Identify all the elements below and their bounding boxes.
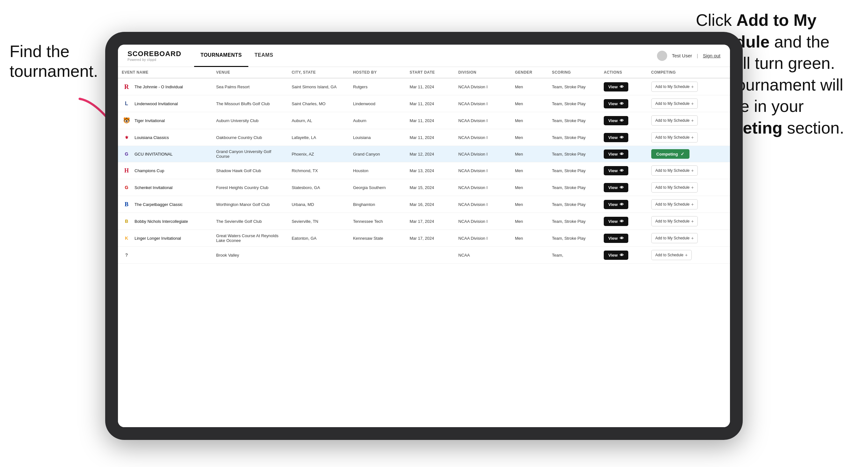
tab-tournaments[interactable]: TOURNAMENTS [194, 44, 248, 67]
add-to-schedule-button[interactable]: Add to My Schedule + [651, 233, 698, 243]
add-to-schedule-button[interactable]: Add to My Schedule + [651, 132, 698, 143]
competing-cell: Competing ✓ [647, 146, 730, 162]
plus-icon: + [691, 236, 694, 241]
event-name: The Carpetbagger Classic [134, 202, 183, 207]
view-button[interactable]: View 👁 [604, 82, 628, 92]
eye-icon: 👁 [620, 152, 624, 157]
col-header-competing: COMPETING [647, 67, 730, 78]
hosted-cell: Kennesaw State [349, 230, 406, 247]
add-to-schedule-button[interactable]: Add to My Schedule + [651, 199, 698, 210]
add-to-schedule-button[interactable]: Add to My Schedule + [651, 115, 698, 126]
venue-cell: Auburn University Club [212, 112, 288, 129]
col-header-division: DIVISION [455, 67, 511, 78]
view-button[interactable]: View 👁 [604, 234, 628, 243]
add-to-schedule-button[interactable]: Add to My Schedule + [651, 82, 698, 92]
city-cell: Lafayette, LA [288, 129, 349, 146]
competing-button[interactable]: Competing ✓ [651, 149, 689, 159]
division-cell: NCAA Division I [455, 112, 511, 129]
eye-icon: 👁 [620, 101, 624, 106]
competing-cell: Add to My Schedule + [647, 230, 730, 247]
eye-icon: 👁 [620, 219, 624, 224]
event-name: Champions Cup [134, 168, 164, 173]
divider: | [697, 53, 698, 58]
event-name-cell: K Linger Longer Invitational [118, 230, 212, 247]
view-button[interactable]: View 👁 [604, 116, 628, 125]
view-button[interactable]: View 👁 [604, 166, 628, 175]
nav-right: Test User | Sign out [657, 51, 720, 61]
table-row: G GCU INVITATIONAL Grand Canyon Universi… [118, 146, 730, 162]
date-cell: Mar 16, 2024 [406, 196, 455, 213]
eye-icon: 👁 [620, 185, 624, 190]
view-button[interactable]: View 👁 [604, 150, 628, 159]
plus-icon: + [691, 135, 694, 140]
event-name: Schenkel Invitational [134, 185, 173, 190]
event-name: GCU INVITATIONAL [134, 152, 173, 157]
add-to-schedule-button[interactable]: Add to My Schedule + [651, 182, 698, 192]
team-logo: R [122, 82, 131, 92]
team-logo: 🐯 [122, 116, 131, 125]
hosted-cell: Louisiana [349, 129, 406, 146]
event-name-cell: ⚜ Louisiana Classics [118, 129, 212, 146]
view-button[interactable]: View 👁 [604, 183, 628, 192]
eye-icon: 👁 [620, 236, 624, 241]
division-cell: NCAA Division I [455, 213, 511, 230]
view-button[interactable]: View 👁 [604, 251, 628, 260]
add-to-schedule-button[interactable]: Add to My Schedule + [651, 165, 698, 176]
team-logo: ? [122, 250, 131, 260]
competing-cell: Add to My Schedule + [647, 162, 730, 179]
tab-teams[interactable]: TEAMS [248, 44, 280, 67]
plus-icon: + [691, 185, 694, 190]
col-header-hosted: HOSTED BY [349, 67, 406, 78]
add-to-schedule-button[interactable]: Add to My Schedule + [651, 216, 698, 226]
team-logo: G [122, 183, 131, 192]
division-cell: NCAA Division I [455, 162, 511, 179]
actions-cell: View 👁 [600, 146, 647, 162]
division-cell: NCAA Division I [455, 196, 511, 213]
table-container: EVENT NAME VENUE CITY, STATE HOSTED BY S… [118, 67, 730, 427]
actions-cell: View 👁 [600, 112, 647, 129]
add-to-schedule-button[interactable]: Add to My Schedule + [651, 98, 698, 109]
col-header-city: CITY, STATE [288, 67, 349, 78]
competing-cell: Add to My Schedule + [647, 213, 730, 230]
col-header-venue: VENUE [212, 67, 288, 78]
event-name: Bobby Nichols Intercollegiate [134, 219, 188, 224]
division-cell: NCAA Division I [455, 179, 511, 196]
city-cell: Eatonton, GA [288, 230, 349, 247]
event-name-cell: ? [118, 247, 212, 263]
venue-cell: Forest Heights Country Club [212, 179, 288, 196]
view-button[interactable]: View 👁 [604, 99, 628, 108]
venue-cell: Sea Palms Resort [212, 78, 288, 95]
col-header-scoring: SCORING [548, 67, 600, 78]
hosted-cell: Houston [349, 162, 406, 179]
competing-cell: Add to My Schedule + [647, 196, 730, 213]
venue-cell: Worthington Manor Golf Club [212, 196, 288, 213]
event-name: Tiger Invitational [134, 118, 165, 123]
event-name-cell: H Champions Cup [118, 162, 212, 179]
view-button[interactable]: View 👁 [604, 133, 628, 142]
scoring-cell: Team, Stroke Play [548, 213, 600, 230]
sign-out-link[interactable]: Sign out [703, 53, 720, 58]
event-name: Linger Longer Invitational [134, 236, 181, 241]
table-header: EVENT NAME VENUE CITY, STATE HOSTED BY S… [118, 67, 730, 78]
division-cell: NCAA Division I [455, 230, 511, 247]
division-cell: NCAA Division I [455, 78, 511, 95]
gender-cell: Men [511, 179, 548, 196]
view-button[interactable]: View 👁 [604, 200, 628, 209]
competing-cell: Add to My Schedule + [647, 112, 730, 129]
plus-icon: + [691, 101, 694, 106]
city-cell: Statesboro, GA [288, 179, 349, 196]
add-to-schedule-button[interactable]: Add to Schedule + [651, 250, 692, 260]
hosted-cell: Auburn [349, 112, 406, 129]
hosted-cell: Lindenwood [349, 95, 406, 112]
scoring-cell: Team, Stroke Play [548, 78, 600, 95]
table-row: L Lindenwood Invitational The Missouri B… [118, 95, 730, 112]
tournaments-table: EVENT NAME VENUE CITY, STATE HOSTED BY S… [118, 67, 730, 263]
venue-cell: Brook Valley [212, 247, 288, 263]
view-button[interactable]: View 👁 [604, 217, 628, 226]
competing-cell: Add to My Schedule + [647, 179, 730, 196]
city-cell: Auburn, AL [288, 112, 349, 129]
eye-icon: 👁 [620, 253, 624, 257]
plus-icon: + [691, 219, 694, 224]
col-header-event: EVENT NAME [118, 67, 212, 78]
tablet-frame: SCOREBOARD Powered by clippd TOURNAMENTS… [105, 32, 743, 440]
